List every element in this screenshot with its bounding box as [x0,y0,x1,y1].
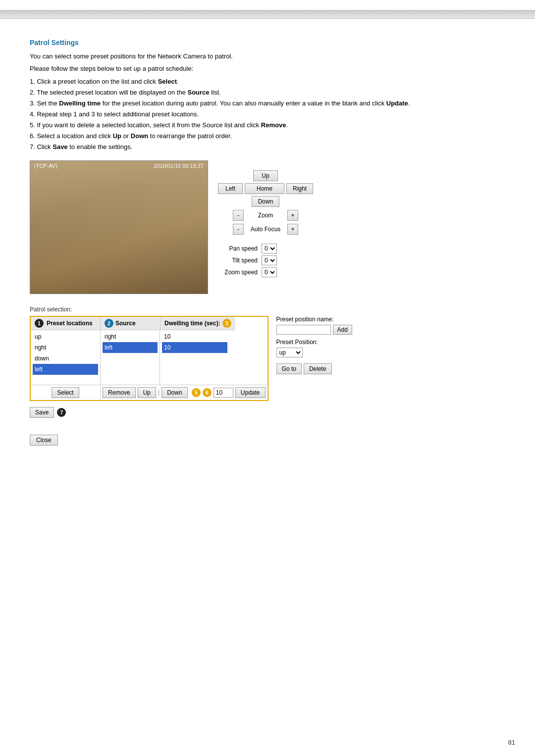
update-button[interactable]: Update [235,387,266,398]
dwelling-header: Dwelling time (sec): 3 [160,317,235,330]
source-cell-right[interactable]: right [103,331,158,342]
preset-name-input[interactable] [276,325,331,335]
badge-2: 2 [105,319,113,328]
autofocus-plus-button[interactable]: + [287,224,298,235]
zoom-minus-button[interactable]: - [233,210,244,221]
step-6: 6. Select a location and click Up or Dow… [30,131,505,142]
autofocus-row: - Auto Focus + [218,224,313,235]
step-7: 7. Click Save to enable the settings. [30,142,505,152]
step-5: 5. If you want to delete a selected loca… [30,120,505,131]
zoom-speed-select[interactable]: 0123 [262,267,277,277]
source-cell-left[interactable]: left [103,342,158,353]
ptz-down-row: Down [252,196,280,207]
autofocus-label: Auto Focus [246,226,285,233]
preset-locations-list: up right down left [31,330,100,385]
step1-bold: Select [158,78,177,85]
pan-speed-label: Pan speed [218,245,258,252]
ptz-middle-row: Left Home Right [218,183,313,194]
add-button[interactable]: Add [333,325,352,335]
preset-locations-section: 1 Preset locations up right down left Se… [31,317,101,400]
step6-bold1: Up [113,132,121,140]
ptz-left-button[interactable]: Left [218,183,243,194]
patrol-selection-label: Patrol selection: [30,306,505,313]
goto-button[interactable]: Go to [276,363,302,374]
preset-item-left[interactable]: left [33,364,98,375]
ptz-home-button[interactable]: Home [245,183,284,194]
dwelling-column: 10 10 [160,330,229,385]
ptz-controls: Up Left Home Right Down [218,170,313,207]
step2-bold: Source [187,89,209,96]
zoom-speed-row: Zoom speed 0123 [218,267,313,277]
close-button[interactable]: Close [30,435,58,446]
patrol-table-area: 1 Preset locations up right down left Se… [30,316,505,401]
ptz-up-button[interactable]: Up [253,170,278,181]
badge-3: 3 [222,319,231,328]
camera-controls-row: (TCP-AV) 2010/01/15 00:19:27 Up Left Hom… [30,160,505,294]
step-3: 3. Set the Dwelling time for the preset … [30,98,505,109]
preset-item-right[interactable]: right [33,342,98,353]
badge-6: 6 [203,388,212,397]
steps-list: 1. Click a preset location on the list a… [30,76,505,153]
source-header: 2 Source [101,317,160,330]
tilt-speed-label: Tilt speed [218,257,258,264]
dwelling-input[interactable] [214,388,233,398]
patrol-main: 1 Preset locations up right down left Se… [30,316,268,401]
preset-item-down[interactable]: down [33,353,98,364]
camera-label-left: (TCP-AV) [34,163,57,169]
preset-item-up[interactable]: up [33,331,98,342]
zoom-plus-button[interactable]: + [287,210,298,221]
pan-speed-row: Pan speed 0123 [218,244,313,253]
zoom-speed-label: Zoom speed [218,269,258,276]
preset-position-label: Preset Position: [276,339,352,346]
ptz-right-button[interactable]: Right [286,183,313,194]
save-row: Save 7 [30,407,505,418]
step6-bold2: Down [131,132,148,140]
preset-locations-header: Preset locations [47,320,93,327]
page-number: 81 [508,739,515,746]
room-scene [30,161,208,294]
badge-5: 5 [192,388,201,397]
pan-speed-select[interactable]: 0123 [262,244,277,253]
intro-line-1: You can select some preset positions for… [30,51,505,62]
dwelling-cell-2[interactable]: 10 [162,342,227,353]
zoom-label: Zoom [246,212,285,219]
preset-name-row: Add [276,325,352,335]
step3-bold2: Update [386,100,408,107]
zoom-row: - Zoom + [218,210,313,221]
step3-bold1: Dwelling time [59,100,101,107]
remove-button[interactable]: Remove [103,387,136,398]
tilt-speed-select[interactable]: 0123 [262,255,277,265]
preset-action-row: Go to Delete [276,363,352,374]
autofocus-minus-button[interactable]: - [233,224,244,235]
source-label: Source [115,320,136,327]
top-bar [0,10,535,19]
select-button[interactable]: Select [52,387,79,398]
ptz-down-button[interactable]: Down [252,196,280,207]
camera-label-right: 2010/01/15 00:19:27 [154,163,204,169]
up-button[interactable]: Up [138,387,156,398]
step-2: 2. The selected preset location will be … [30,87,505,98]
preset-panel: Preset position name: Add Preset Positio… [276,316,352,374]
preset-position-select[interactable]: uprightdownleft [276,348,303,357]
tilt-speed-row: Tilt speed 0123 [218,255,313,265]
step5-bold: Remove [261,121,286,129]
dwelling-cell-1[interactable]: 10 [162,331,227,342]
step-1: 1. Click a preset location on the list a… [30,76,505,87]
badge-7: 7 [57,408,66,417]
badge-1: 1 [35,319,44,328]
dwelling-label: Dwelling time (sec): [164,320,220,327]
camera-overlay: (TCP-AV) 2010/01/15 00:19:27 [30,161,208,171]
down-button[interactable]: Down [161,387,188,398]
intro-line-2: Please follow the steps below to set up … [30,64,505,74]
camera-feed: (TCP-AV) 2010/01/15 00:19:27 [30,160,208,294]
ptz-up-row: Up [253,170,278,181]
delete-button[interactable]: Delete [304,363,332,374]
selected-locations-section: 2 Source Dwelling time (sec): 3 [101,317,268,400]
preset-position-name-label: Preset position name: [276,316,352,323]
step-4: 4. Repeat step 1 and 3 to select additio… [30,109,505,120]
step7-bold: Save [53,143,67,151]
section-title: Patrol Settings [30,39,505,47]
source-column: right left [101,330,160,385]
save-button[interactable]: Save [30,407,54,418]
button-divider: | [158,389,160,396]
